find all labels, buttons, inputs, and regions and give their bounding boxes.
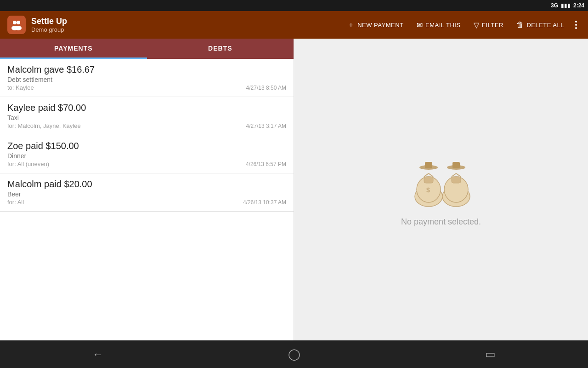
svg-line-15 — [452, 173, 456, 177]
email-this-button[interactable]: ✉ EMAIL THIS — [411, 17, 466, 33]
dot-3 — [575, 27, 577, 29]
svg-point-1 — [17, 21, 20, 24]
clock: 2:24 — [573, 2, 584, 9]
email-icon: ✉ — [417, 21, 423, 29]
bottom-nav: ← ◯ ▭ — [0, 340, 588, 368]
payment-item[interactable]: Malcolm paid $20.00 Beer for: All 4/26/1… — [0, 173, 294, 212]
tabs-bar: PAYMENTS DEBTS — [0, 39, 294, 59]
app-logo-icon — [10, 18, 23, 31]
payment-date: 4/26/13 6:57 PM — [246, 161, 286, 167]
payment-title: Malcolm gave $16.67 — [7, 64, 286, 75]
svg-rect-6 — [424, 177, 433, 183]
payment-for: for: All (uneven) — [7, 161, 49, 167]
payment-item[interactable]: Malcolm gave $16.67 Debt settlement to: … — [0, 59, 294, 97]
svg-text:$: $ — [426, 186, 430, 194]
app-title: Settle Up — [31, 17, 342, 27]
payment-description: Beer — [7, 190, 286, 198]
home-button[interactable]: ◯ — [270, 343, 319, 365]
payment-title: Malcolm paid $20.00 — [7, 179, 286, 190]
svg-line-8 — [429, 173, 433, 177]
status-bar: 3G ▮▮▮ 2:24 — [0, 0, 588, 11]
dot-1 — [575, 21, 577, 23]
delete-all-button[interactable]: 🗑 DELETE ALL — [511, 17, 570, 33]
back-icon: ← — [92, 348, 103, 361]
svg-rect-10 — [425, 162, 432, 168]
payment-item[interactable]: Kaylee paid $70.00 Taxi for: Malcolm, Ja… — [0, 97, 294, 135]
recents-button[interactable]: ▭ — [467, 343, 514, 365]
trash-icon: 🗑 — [516, 21, 524, 29]
empty-state-illustration: $ — [409, 153, 473, 208]
home-icon: ◯ — [288, 348, 300, 361]
payment-date: 4/27/13 8:50 AM — [246, 85, 286, 91]
app-subtitle: Demo group — [31, 26, 342, 33]
right-panel: $ No payment selected. — [294, 39, 588, 340]
payment-meta: for: All 4/26/13 10:37 AM — [7, 199, 286, 206]
app-header: Settle Up Demo group ＋ NEW PAYMENT ✉ EMA… — [0, 11, 588, 39]
payment-meta: for: Malcolm, Jayne, Kaylee 4/27/13 3:17… — [7, 122, 286, 129]
svg-point-3 — [15, 26, 22, 30]
more-options-button[interactable] — [571, 17, 581, 33]
payment-meta: for: All (uneven) 4/26/13 6:57 PM — [7, 161, 286, 167]
tab-debts[interactable]: DEBTS — [147, 39, 294, 59]
recents-icon: ▭ — [485, 348, 496, 361]
payment-date: 4/26/13 10:37 AM — [243, 199, 286, 206]
payment-for: to: Kaylee — [7, 84, 34, 91]
svg-line-7 — [424, 173, 429, 177]
app-title-block: Settle Up Demo group — [31, 17, 342, 34]
battery-icon: ▮▮▮ — [561, 2, 571, 9]
payment-date: 4/27/13 3:17 AM — [246, 123, 286, 129]
plus-icon: ＋ — [347, 20, 355, 30]
payment-for: for: All — [7, 199, 24, 206]
signal-indicator: 3G — [551, 2, 558, 9]
tab-payments[interactable]: PAYMENTS — [0, 39, 147, 59]
empty-state-message: No payment selected. — [401, 217, 481, 227]
payment-title: Zoe paid $150.00 — [7, 141, 286, 151]
back-button[interactable]: ← — [74, 343, 122, 365]
svg-rect-14 — [452, 177, 461, 183]
payment-description: Taxi — [7, 114, 286, 121]
payment-item[interactable]: Zoe paid $150.00 Dinner for: All (uneven… — [0, 135, 294, 173]
new-payment-button[interactable]: ＋ NEW PAYMENT — [342, 17, 409, 34]
filter-icon: ▽ — [474, 21, 480, 29]
app-icon — [7, 16, 26, 34]
main-content: PAYMENTS DEBTS Malcolm gave $16.67 Debt … — [0, 39, 588, 340]
filter-button[interactable]: ▽ FILTER — [468, 17, 509, 33]
svg-point-0 — [13, 21, 17, 24]
svg-line-16 — [456, 173, 461, 177]
payment-meta: to: Kaylee 4/27/13 8:50 AM — [7, 84, 286, 91]
svg-rect-18 — [452, 162, 460, 168]
header-actions: ＋ NEW PAYMENT ✉ EMAIL THIS ▽ FILTER 🗑 DE… — [342, 17, 581, 34]
payment-list: Malcolm gave $16.67 Debt settlement to: … — [0, 59, 294, 340]
left-panel: PAYMENTS DEBTS Malcolm gave $16.67 Debt … — [0, 39, 294, 340]
dot-2 — [575, 24, 577, 26]
payment-description: Dinner — [7, 152, 286, 160]
payment-title: Kaylee paid $70.00 — [7, 103, 286, 113]
payment-description: Debt settlement — [7, 76, 286, 83]
payment-for: for: Malcolm, Jayne, Kaylee — [7, 122, 81, 129]
